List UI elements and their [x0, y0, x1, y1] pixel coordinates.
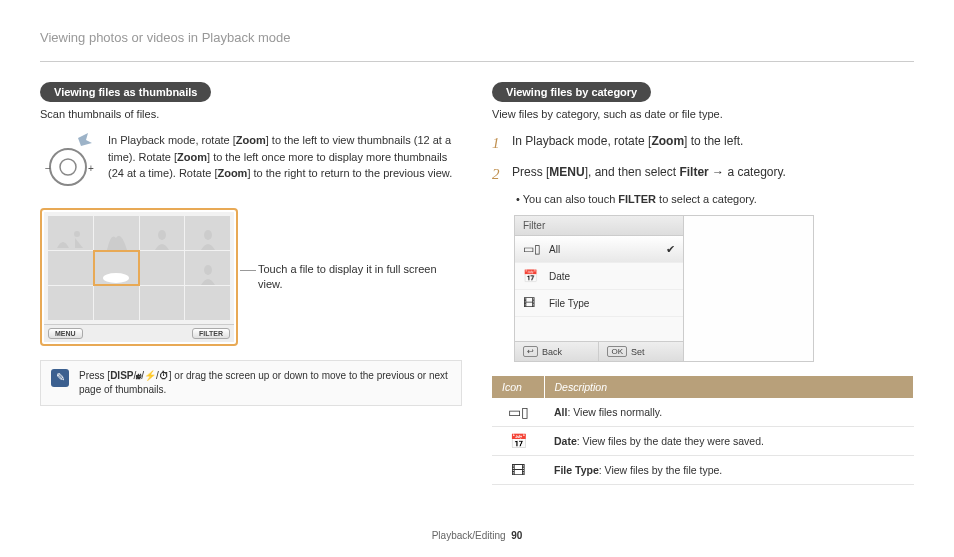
sb-post: to select a category.: [656, 193, 757, 205]
zoom-instruction-text: In Playback mode, rotate [Zoom] to the l…: [108, 132, 462, 182]
back-button: ↩Back: [515, 342, 599, 361]
filter-label-date: Date: [549, 271, 675, 282]
back-label: Back: [542, 347, 562, 357]
note-box: ✎ Press [DISP/⸙/⚡/⏱] or drag the screen …: [40, 360, 462, 406]
calendar-icon: 📅: [523, 269, 541, 283]
instr-p1: In Playback mode, rotate [: [108, 134, 236, 146]
breadcrumb-title: Viewing photos or videos in Playback mod…: [40, 30, 914, 45]
grid-caption: Touch a file to display it in full scree…: [258, 262, 438, 293]
desc-bold-2: File Type: [554, 464, 599, 476]
svg-point-8: [204, 265, 212, 275]
icon-cell-filetype: 🎞: [492, 456, 544, 485]
table-row: 📅 Date: View files by the date they were…: [492, 427, 914, 456]
content-columns: Viewing files as thumbnails Scan thumbna…: [40, 82, 914, 485]
svg-point-4: [74, 231, 80, 237]
page-footer: Playback/Editing 90: [0, 530, 954, 541]
footer-page: 90: [511, 530, 522, 541]
thumb-cell: [48, 216, 93, 250]
instr-z1: Zoom: [236, 134, 266, 146]
svg-point-7: [103, 273, 129, 283]
step-list: 1 In Playback mode, rotate [Zoom] to the…: [492, 132, 914, 185]
zoom-dial-icon: − +: [40, 132, 96, 192]
sb-bold: FILTER: [618, 193, 656, 205]
note-post: ] or drag the screen up or down to move …: [79, 370, 448, 395]
instr-z3: Zoom: [217, 167, 247, 179]
back-icon: ↩: [523, 346, 538, 357]
all-icon: ▭▯: [523, 242, 541, 256]
s1z: Zoom: [651, 134, 684, 148]
filter-panel: Filter ▭▯ All ✔ 📅 Date 🎞 File Type ↩Back: [514, 215, 814, 362]
s1b: ] to the left.: [684, 134, 743, 148]
macro-icon: ⸙: [136, 370, 141, 381]
timer-icon: ⏱: [159, 370, 169, 381]
filter-item-all: ▭▯ All ✔: [515, 236, 683, 263]
step-1: 1 In Playback mode, rotate [Zoom] to the…: [492, 132, 914, 155]
sb-pre: You can also touch: [523, 193, 619, 205]
svg-point-0: [50, 149, 86, 185]
menu-button: MENU: [48, 328, 83, 339]
svg-point-6: [204, 230, 212, 240]
thumb-cell: [185, 251, 230, 285]
right-subtext: View files by category, such as date or …: [492, 108, 914, 120]
table-header-row: Icon Description: [492, 376, 914, 398]
note-icon: ✎: [51, 369, 69, 387]
zoom-instruction: − + In Playback mode, rotate [Zoom] to t…: [40, 132, 462, 192]
left-subtext: Scan thumbnails of files.: [40, 108, 462, 120]
thumbnail-grid-footer: MENU FILTER: [44, 324, 234, 342]
desc-bold-1: Date: [554, 435, 577, 447]
svg-point-5: [158, 230, 166, 240]
desc-rest-2: : View files by the file type.: [599, 464, 723, 476]
check-icon: ✔: [666, 243, 675, 256]
thumb-cell: [185, 216, 230, 250]
table-row: ▭▯ All: View files normally.: [492, 398, 914, 427]
filter-panel-left: Filter ▭▯ All ✔ 📅 Date 🎞 File Type ↩Back: [515, 216, 684, 361]
thumbnail-grid: MENU FILTER: [44, 212, 234, 342]
section-pill-thumbnails: Viewing files as thumbnails: [40, 82, 211, 102]
filter-panel-right: [684, 216, 813, 361]
step-2-sub-bullet: You can also touch FILTER to select a ca…: [516, 193, 914, 205]
film-icon: 🎞: [523, 296, 541, 310]
thumbnail-grid-frame: MENU FILTER: [40, 208, 238, 346]
footer-section: Playback/Editing: [432, 530, 506, 541]
thumb-cell: [140, 286, 185, 320]
icon-description-table: Icon Description ▭▯ All: View files norm…: [492, 376, 914, 485]
desc-cell-filetype: File Type: View files by the file type.: [544, 456, 914, 485]
desc-rest-1: : View files by the date they were saved…: [577, 435, 764, 447]
thumbnail-example-row: MENU FILTER Touch a file to display it i…: [40, 208, 462, 346]
ok-label: OK: [607, 346, 627, 357]
note-pre: Press [: [79, 370, 110, 381]
desc-cell-all: All: View files normally.: [544, 398, 914, 427]
filter-item-date: 📅 Date: [515, 263, 683, 290]
filter-label-all: All: [549, 244, 658, 255]
note-text: Press [DISP/⸙/⚡/⏱] or drag the screen up…: [79, 369, 451, 397]
desc-bold-0: All: [554, 406, 567, 418]
thumb-cell-selected: [94, 251, 139, 285]
instr-z2: Zoom: [177, 151, 207, 163]
ok-set-button: OKSet: [599, 342, 682, 361]
note-disp: DISP: [110, 370, 133, 381]
filter-panel-header: Filter: [515, 216, 683, 236]
set-label: Set: [631, 347, 645, 357]
desc-rest-0: : View files normally.: [567, 406, 662, 418]
table-row: 🎞 File Type: View files by the file type…: [492, 456, 914, 485]
header-description: Description: [544, 376, 914, 398]
icon-cell-date: 📅: [492, 427, 544, 456]
s1a: In Playback mode, rotate [: [512, 134, 651, 148]
s2a: Press [: [512, 165, 549, 179]
filter-label-filetype: File Type: [549, 298, 675, 309]
filter-button: FILTER: [192, 328, 230, 339]
left-column: Viewing files as thumbnails Scan thumbna…: [40, 82, 462, 485]
flash-icon: ⚡: [144, 370, 156, 381]
filter-panel-footer: ↩Back OKSet: [515, 341, 683, 361]
thumb-cell: [48, 286, 93, 320]
step-number-1: 1: [492, 132, 504, 155]
s2m: MENU: [549, 165, 584, 179]
thumb-cell: [140, 216, 185, 250]
divider: [40, 61, 914, 62]
header-icon: Icon: [492, 376, 544, 398]
instr-p4: ] to the right to return to the previous…: [247, 167, 452, 179]
thumb-cell: [185, 286, 230, 320]
thumb-cell: [94, 216, 139, 250]
svg-text:+: +: [88, 163, 94, 174]
s2c: a category.: [727, 165, 785, 179]
